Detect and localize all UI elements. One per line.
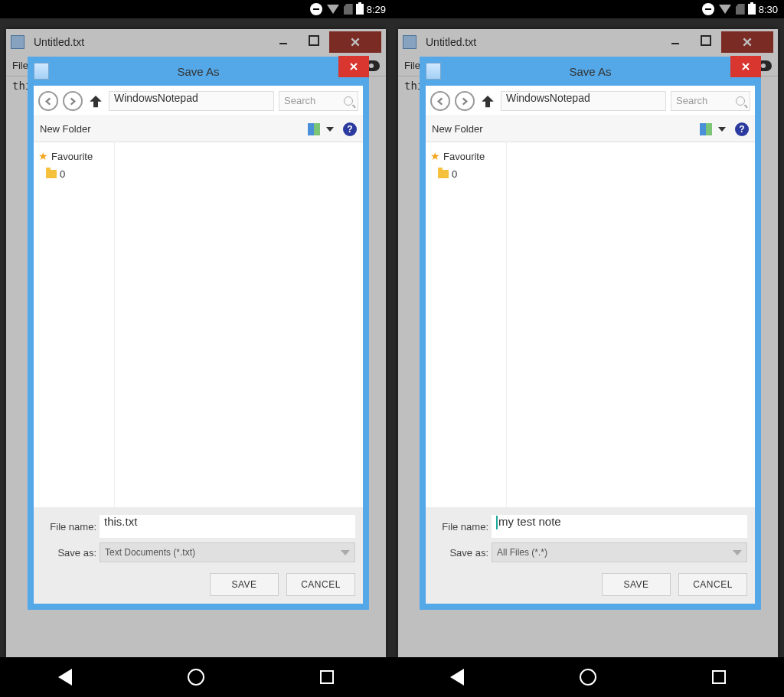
nav-up-button[interactable] bbox=[87, 93, 104, 109]
no-sim-icon bbox=[344, 4, 353, 15]
phone-screen-1: 8:30 Untitled.txt FileEditFormatHelp thi bbox=[392, 0, 784, 657]
favourites-node[interactable]: ★Favourite bbox=[429, 147, 503, 165]
nav-back-button[interactable] bbox=[38, 91, 58, 111]
chevron-down-icon bbox=[733, 550, 742, 555]
folder-node[interactable]: 0 bbox=[37, 165, 111, 183]
dialog-close-button[interactable] bbox=[338, 56, 369, 77]
saveas-select[interactable]: All Files (*.*) bbox=[492, 542, 747, 562]
nav-back-button[interactable] bbox=[430, 91, 450, 111]
save-as-dialog: Save As WindowsNotepad Search New Folder… bbox=[28, 57, 369, 610]
no-sim-icon bbox=[736, 4, 745, 15]
wifi-icon bbox=[327, 5, 339, 14]
dialog-title: Save As bbox=[426, 65, 755, 78]
view-dropdown[interactable] bbox=[718, 127, 726, 132]
nav-recent-button[interactable] bbox=[320, 670, 334, 684]
status-bar: 8:30 bbox=[392, 0, 784, 18]
nav-home-button[interactable] bbox=[580, 669, 596, 686]
clock: 8:30 bbox=[759, 4, 778, 15]
view-icon[interactable] bbox=[308, 123, 320, 135]
nav-back-button[interactable] bbox=[58, 669, 72, 686]
help-icon[interactable]: ? bbox=[343, 122, 357, 136]
cancel-button[interactable]: CANCEL bbox=[678, 573, 747, 596]
view-dropdown[interactable] bbox=[326, 127, 334, 132]
search-input[interactable]: Search bbox=[671, 91, 750, 111]
nav-back-button[interactable] bbox=[450, 669, 464, 686]
favourites-node[interactable]: ★Favourite bbox=[37, 147, 111, 165]
save-as-dialog: Save As WindowsNotepad Search New Folder… bbox=[420, 57, 761, 610]
folder-node[interactable]: 0 bbox=[429, 165, 503, 183]
dialog-close-button[interactable] bbox=[730, 56, 761, 77]
file-list-pane[interactable] bbox=[507, 142, 755, 507]
toolbar-row: New Folder ? bbox=[34, 116, 363, 142]
path-input[interactable]: WindowsNotepad bbox=[501, 91, 666, 111]
wifi-icon bbox=[719, 5, 731, 14]
save-button[interactable]: SAVE bbox=[602, 573, 671, 596]
saveas-label: Save as: bbox=[41, 547, 96, 559]
battery-icon bbox=[748, 4, 756, 15]
search-icon bbox=[736, 96, 745, 106]
new-folder-button[interactable]: New Folder bbox=[432, 123, 482, 135]
folder-tree: ★Favourite 0 bbox=[426, 142, 507, 507]
android-nav-bar bbox=[0, 657, 784, 697]
star-icon: ★ bbox=[430, 150, 440, 162]
chevron-down-icon bbox=[341, 550, 350, 555]
save-button[interactable]: SAVE bbox=[210, 573, 279, 596]
filename-label: File name: bbox=[41, 521, 96, 533]
path-input[interactable]: WindowsNotepad bbox=[109, 91, 274, 111]
saveas-select[interactable]: Text Documents (*.txt) bbox=[100, 542, 355, 562]
nav-forward-button[interactable] bbox=[455, 91, 475, 111]
filename-input[interactable]: this.txt bbox=[100, 515, 355, 538]
nav-row: WindowsNotepad Search bbox=[426, 86, 755, 116]
nav-row: WindowsNotepad Search bbox=[34, 86, 363, 116]
phone-screen-0: 8:29 Untitled.txt FileEditFormatHelp thi bbox=[0, 0, 392, 657]
dnd-icon bbox=[702, 3, 714, 15]
view-icon[interactable] bbox=[700, 123, 712, 135]
nav-forward-button[interactable] bbox=[63, 91, 83, 111]
file-list-pane[interactable] bbox=[115, 142, 363, 507]
filename-input[interactable]: my test note bbox=[492, 515, 747, 538]
folder-tree: ★Favourite 0 bbox=[34, 142, 115, 507]
filename-label: File name: bbox=[433, 521, 488, 533]
folder-icon bbox=[46, 170, 57, 178]
saveas-label: Save as: bbox=[433, 547, 488, 559]
save-panel: File name: this.txt Save as: Text Docume… bbox=[34, 507, 363, 604]
cancel-button[interactable]: CANCEL bbox=[286, 573, 355, 596]
battery-icon bbox=[356, 4, 364, 15]
new-folder-button[interactable]: New Folder bbox=[40, 123, 90, 135]
clock: 8:29 bbox=[367, 4, 386, 15]
nav-recent-button[interactable] bbox=[712, 670, 726, 684]
nav-home-button[interactable] bbox=[188, 669, 204, 686]
search-icon bbox=[344, 96, 353, 106]
search-input[interactable]: Search bbox=[279, 91, 358, 111]
help-icon[interactable]: ? bbox=[735, 122, 749, 136]
dnd-icon bbox=[310, 3, 322, 15]
nav-up-button[interactable] bbox=[479, 93, 496, 109]
save-panel: File name: my test note Save as: All Fil… bbox=[426, 507, 755, 604]
status-bar: 8:29 bbox=[0, 0, 392, 18]
folder-icon bbox=[438, 170, 449, 178]
star-icon: ★ bbox=[38, 150, 48, 162]
toolbar-row: New Folder ? bbox=[426, 116, 755, 142]
dialog-title: Save As bbox=[34, 65, 363, 78]
